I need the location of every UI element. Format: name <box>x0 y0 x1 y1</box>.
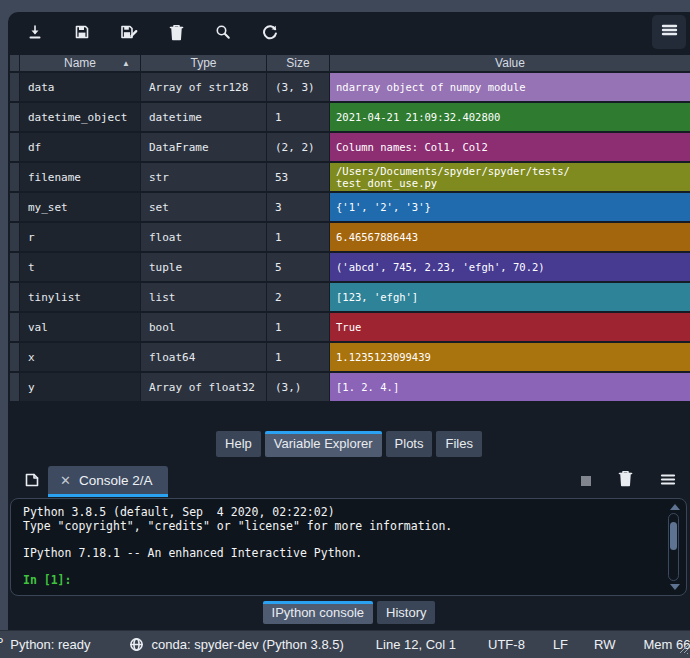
variable-size[interactable]: 2 <box>267 283 329 311</box>
tab-plots[interactable]: Plots <box>386 431 433 457</box>
row-grip[interactable] <box>10 163 19 191</box>
variable-size[interactable]: (2, 2) <box>267 133 329 161</box>
row-grip[interactable] <box>10 73 19 101</box>
tab-label: Variable Explorer <box>274 436 373 451</box>
variable-type[interactable]: datetime <box>141 103 266 131</box>
variable-name[interactable]: datetime_object <box>20 103 140 131</box>
tab-label: History <box>386 605 426 620</box>
variable-name[interactable]: t <box>20 253 140 281</box>
variable-value[interactable]: /Users/Documents/spyder/spyder/tests/ te… <box>330 163 690 191</box>
search-button[interactable] <box>208 17 238 47</box>
tab-ipython-console[interactable]: IPython console <box>263 601 374 624</box>
variable-name[interactable]: val <box>20 313 140 341</box>
variable-name[interactable]: y <box>20 373 140 401</box>
variable-size[interactable]: (3, 3) <box>267 73 329 101</box>
variable-size[interactable]: 53 <box>267 163 329 191</box>
console-options-button[interactable] <box>660 472 676 490</box>
variable-size[interactable]: 1 <box>267 343 329 371</box>
variable-type[interactable]: bool <box>141 313 266 341</box>
variable-name[interactable]: tinylist <box>20 283 140 311</box>
variable-value[interactable]: [123, 'efgh'] <box>330 283 690 311</box>
row-grip[interactable] <box>10 313 19 341</box>
row-grip[interactable] <box>10 373 19 401</box>
variable-value[interactable]: True <box>330 313 690 341</box>
row-grip[interactable] <box>10 283 19 311</box>
variable-value[interactable]: ('abcd', 745, 2.23, 'efgh', 70.2) <box>330 253 690 281</box>
variable-name[interactable]: filename <box>20 163 140 191</box>
variable-name[interactable]: my_set <box>20 193 140 221</box>
variable-value[interactable]: 1.1235123099439 <box>330 343 690 371</box>
column-header-value[interactable]: Value <box>330 55 690 71</box>
variable-size[interactable]: (3,) <box>267 373 329 401</box>
column-header-size[interactable]: Size <box>267 55 329 71</box>
variable-value[interactable]: ndarray object of numpy module <box>330 73 690 101</box>
header-grip <box>10 55 19 71</box>
variable-size[interactable]: 5 <box>267 253 329 281</box>
variable-value[interactable]: [1. 2. 4.] <box>330 373 690 401</box>
variable-type[interactable]: Array of str128 <box>141 73 266 101</box>
scrollbar-track[interactable] <box>668 513 679 581</box>
tab-help[interactable]: Help <box>216 431 261 457</box>
row-grip[interactable] <box>10 343 19 371</box>
variable-value-text: ('abcd', 745, 2.23, 'efgh', 70.2) <box>336 261 545 273</box>
row-grip[interactable] <box>10 193 19 221</box>
variable-value[interactable]: 2021-04-21 21:09:32.402800 <box>330 103 690 131</box>
variable-value[interactable]: Column names: Col1, Col2 <box>330 133 690 161</box>
variable-name[interactable]: x <box>20 343 140 371</box>
variable-type[interactable]: DataFrame <box>141 133 266 161</box>
python-status: Python: ready <box>10 637 90 652</box>
download-icon <box>27 24 43 41</box>
refresh-button[interactable] <box>255 17 285 47</box>
column-header-name[interactable]: Name ▲ <box>20 55 140 71</box>
variable-type[interactable]: str <box>141 163 266 191</box>
new-console-button[interactable] <box>20 470 44 494</box>
scroll-down-icon[interactable] <box>670 584 680 590</box>
variable-value[interactable]: 6.46567886443 <box>330 223 690 251</box>
import-data-button[interactable] <box>20 17 50 47</box>
eol-status: LF <box>553 637 568 652</box>
interrupt-kernel-icon[interactable] <box>581 476 591 486</box>
scrollbar-thumb[interactable] <box>670 522 677 550</box>
variable-size[interactable]: 1 <box>267 103 329 131</box>
variable-type[interactable]: float64 <box>141 343 266 371</box>
refresh-icon <box>262 24 278 40</box>
tab-files[interactable]: Files <box>436 431 481 457</box>
save-data-as-button[interactable] <box>114 17 144 47</box>
console-tab[interactable]: ✕ Console 2/A <box>48 466 168 497</box>
variable-size[interactable]: 1 <box>267 223 329 251</box>
row-grip[interactable] <box>10 133 19 161</box>
row-grip[interactable] <box>10 103 19 131</box>
variable-type[interactable]: set <box>141 193 266 221</box>
row-grip[interactable] <box>10 223 19 251</box>
console-tab-label: Console 2/A <box>79 473 153 488</box>
variable-name[interactable]: r <box>20 223 140 251</box>
variable-name[interactable]: data <box>20 73 140 101</box>
remove-all-variables-button[interactable] <box>161 17 191 47</box>
variable-type[interactable]: list <box>141 283 266 311</box>
variable-value[interactable]: {'1', '2', '3'} <box>330 193 690 221</box>
variable-table: Name ▲ Type Size Value dataArray of str1… <box>10 55 690 401</box>
new-document-icon <box>24 472 40 492</box>
variable-type[interactable]: float <box>141 223 266 251</box>
row-grip[interactable] <box>10 253 19 281</box>
console-scrollbar[interactable] <box>667 502 682 592</box>
variable-size[interactable]: 3 <box>267 193 329 221</box>
ipython-console[interactable]: Python 3.8.5 (default, Sep 4 2020, 02:22… <box>10 498 687 596</box>
tab-variable-explorer[interactable]: Variable Explorer <box>265 431 382 457</box>
search-icon <box>215 24 231 40</box>
options-menu-button[interactable] <box>652 15 686 49</box>
hamburger-menu-icon <box>661 23 678 41</box>
resize-grip[interactable] <box>677 642 689 657</box>
variable-type[interactable]: Array of float32 <box>141 373 266 401</box>
scroll-up-icon[interactable] <box>670 504 680 510</box>
column-header-type[interactable]: Type <box>141 55 266 71</box>
pane-tabbar: HelpVariable ExplorerPlotsFiles <box>8 431 690 457</box>
save-data-button[interactable] <box>67 17 97 47</box>
close-icon[interactable]: ✕ <box>60 473 71 488</box>
remove-console-button[interactable] <box>618 470 633 491</box>
trash-icon <box>618 473 633 490</box>
tab-history[interactable]: History <box>377 601 435 624</box>
variable-size[interactable]: 1 <box>267 313 329 341</box>
variable-name[interactable]: df <box>20 133 140 161</box>
variable-type[interactable]: tuple <box>141 253 266 281</box>
